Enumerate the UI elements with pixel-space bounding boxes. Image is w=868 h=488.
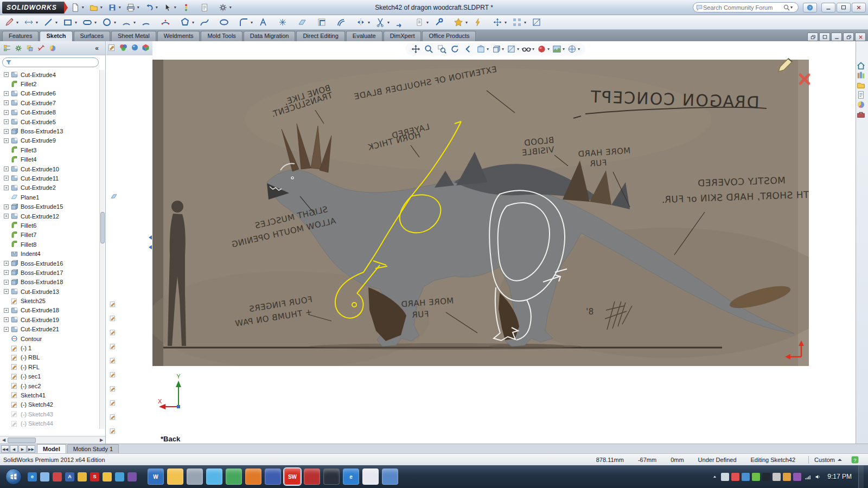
taskbar-app-icon[interactable] (167, 468, 183, 485)
dropdown-caret-icon[interactable]: ▾ (487, 47, 489, 52)
dropdown-caret-icon[interactable]: ▾ (387, 20, 392, 25)
doc-minimize-button[interactable] (831, 33, 842, 41)
expand-toggle[interactable] (4, 336, 9, 341)
dropdown-caret-icon[interactable]: ▾ (229, 5, 234, 10)
commandmanager-tab[interactable]: Direct Editing (296, 31, 344, 41)
configuration-selector[interactable]: Custom (814, 457, 842, 463)
tree-item[interactable]: (-) 1 (0, 343, 99, 352)
sketch-tool-button[interactable] (257, 16, 270, 29)
expand-toggle[interactable]: + (4, 270, 9, 275)
expand-toggle[interactable]: + (4, 119, 9, 124)
sketch-marker-icon[interactable] (109, 371, 117, 378)
sketch-tool-button[interactable] (432, 16, 445, 29)
headsup-tool-button[interactable] (424, 44, 435, 54)
scrollbar-thumb[interactable] (8, 438, 36, 443)
expand-toggle[interactable] (4, 147, 9, 152)
tree-filter-input[interactable] (12, 60, 95, 66)
headsup-tool-button[interactable] (437, 44, 448, 54)
scroll-left-arrow[interactable]: ◀ (0, 437, 8, 444)
expand-toggle[interactable] (4, 383, 9, 388)
titlebar-tool-button[interactable] (143, 2, 155, 14)
network-icon[interactable] (803, 473, 812, 481)
tree-item[interactable]: Fillet8 (0, 240, 99, 249)
sketch-marker-icon[interactable] (109, 427, 117, 435)
titlebar-tool-button[interactable] (125, 2, 137, 14)
panel-tab[interactable] (36, 43, 47, 54)
headsup-tool-button[interactable]: ▾ (491, 44, 504, 54)
taskbar-app-icon[interactable] (245, 468, 261, 485)
tree-item[interactable]: Sketch41 (0, 390, 99, 400)
commandmanager-tab[interactable]: Weldments (157, 31, 200, 41)
taskbar-app-icon[interactable]: e (343, 468, 359, 485)
flyout-button[interactable] (141, 43, 151, 53)
quick-launch-icon[interactable]: A (65, 472, 74, 481)
cancel-sketch-button[interactable] (798, 73, 811, 86)
expand-toggle[interactable]: + (4, 204, 9, 209)
sketch-tool-button[interactable] (100, 16, 113, 29)
quick-launch-icon[interactable] (40, 472, 49, 481)
dropdown-caret-icon[interactable]: ▾ (137, 5, 142, 10)
sketch-tool-button[interactable] (530, 16, 543, 29)
expand-toggle[interactable]: + (4, 129, 9, 134)
tree-item[interactable]: Fillet4 (0, 155, 99, 164)
tab-scroll-left[interactable]: ◀ (10, 445, 18, 453)
commandmanager-tab[interactable]: Evaluate (346, 31, 382, 41)
expand-toggle[interactable] (4, 364, 9, 369)
start-button[interactable] (5, 468, 22, 485)
tree-item[interactable]: + Cut-Extrude19 (0, 315, 99, 324)
tree-item[interactable]: (-) Sketch43 (0, 409, 99, 419)
tree-item[interactable]: + Boss-Extrude15 (0, 202, 99, 211)
dropdown-caret-icon[interactable]: ▾ (517, 47, 519, 52)
task-pane-tab[interactable] (856, 110, 868, 119)
taskbar-app-icon[interactable] (382, 468, 398, 485)
quick-launch-icon[interactable]: S (90, 472, 99, 481)
volume-icon[interactable] (814, 473, 822, 481)
tree-item[interactable]: + Cut-Extrude11 (0, 174, 99, 183)
sketch-tool-button[interactable] (22, 16, 35, 29)
dropdown-caret-icon[interactable]: ▾ (55, 20, 60, 25)
sketch-tool-button[interactable] (237, 16, 250, 29)
tree-item[interactable]: + Cut-Extrude2 (0, 183, 99, 192)
tree-horizontal-scrollbar[interactable]: ◀ ▶ (0, 436, 105, 444)
study-tab[interactable]: Motion Study 1 (67, 444, 119, 453)
sketch-marker-icon[interactable] (109, 314, 117, 322)
close-button[interactable] (852, 3, 866, 12)
sketch-tool-button[interactable] (354, 16, 367, 29)
taskbar-app-icon[interactable]: SW (284, 468, 301, 485)
dropdown-caret-icon[interactable]: ▾ (82, 5, 86, 10)
quick-launch-icon[interactable] (103, 472, 112, 481)
expand-toggle[interactable]: + (4, 185, 9, 190)
headsup-tool-button[interactable] (450, 44, 461, 54)
scroll-right-arrow[interactable]: ▶ (98, 437, 105, 444)
sketch-tool-button[interactable] (3, 16, 16, 29)
quick-launch-icon[interactable] (53, 472, 62, 481)
sketch-tool-button[interactable] (120, 16, 133, 29)
expand-toggle[interactable] (4, 157, 9, 162)
search-caret-icon[interactable]: ▾ (790, 5, 795, 10)
tree-item[interactable]: (-) RBL (0, 353, 99, 362)
panel-tab[interactable] (13, 43, 24, 54)
tree-item[interactable]: + Cut-Extrude9 (0, 136, 99, 145)
tray-icon[interactable] (793, 473, 801, 481)
doc-split-button[interactable] (819, 33, 830, 41)
sketch-marker-icon[interactable] (109, 413, 117, 421)
quick-launch-icon[interactable] (78, 472, 87, 481)
expand-toggle[interactable]: + (4, 110, 9, 115)
task-pane-tab[interactable] (856, 70, 868, 80)
tree-item[interactable]: (-) Sketch44 (0, 419, 99, 428)
dropdown-caret-icon[interactable]: ▾ (368, 20, 372, 25)
status-help-button[interactable]: ? (851, 455, 859, 464)
headsup-tool-button[interactable]: ▾ (476, 44, 489, 54)
tray-icon[interactable] (773, 473, 781, 481)
commandmanager-tab[interactable]: Sheet Metal (111, 31, 156, 41)
sketch-tool-button[interactable] (510, 16, 524, 29)
titlebar-tool-button[interactable] (199, 2, 210, 14)
sketch-tool-button[interactable] (452, 16, 465, 29)
expand-toggle[interactable] (4, 421, 9, 426)
expand-toggle[interactable] (4, 402, 9, 407)
expand-toggle[interactable] (4, 412, 9, 416)
sketch-tool-button[interactable] (276, 16, 289, 29)
graphics-area[interactable]: ▾ ▾ ▾ ▾ ▾ (152, 41, 838, 444)
panel-tab[interactable] (2, 43, 12, 54)
collapse-panel-button[interactable]: « (95, 44, 99, 52)
